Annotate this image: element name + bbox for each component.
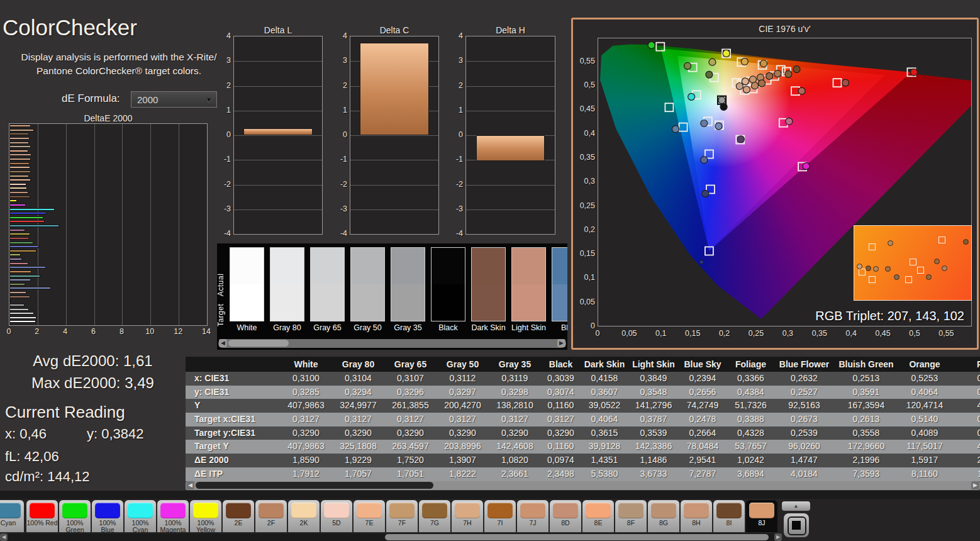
patch-strip-scroll-thumb[interactable] [228, 340, 289, 347]
axis-tick-label: -2 [214, 180, 231, 189]
tabs-scroll-thumb[interactable] [385, 534, 769, 540]
pattern-tab-8d[interactable]: 8D [550, 500, 581, 532]
patch-swatch[interactable] [270, 247, 304, 321]
pattern-tab-100-red[interactable]: 100% Red [26, 500, 58, 532]
table-cell: 0,4089 [899, 427, 950, 440]
axis-tick-label: 8 [115, 327, 128, 336]
pattern-tab-7e[interactable]: 7E [354, 500, 385, 532]
pattern-tab-100-cyan[interactable]: 100% Cyan [125, 500, 156, 532]
column-header: Blue Flower [775, 357, 833, 372]
pattern-tab-cyan[interactable]: Cyan [0, 500, 24, 532]
table-scroll-thumb[interactable] [196, 482, 433, 489]
table-cell: 0,3127 [332, 413, 384, 427]
axis-tick-label: -3 [331, 204, 347, 213]
pattern-tab-2f[interactable]: 2F [255, 500, 287, 532]
pattern-tab-7f[interactable]: 7F [386, 500, 418, 532]
table-cell: 0,3127 [437, 413, 489, 427]
pattern-color-swatch [749, 503, 774, 518]
patch-swatch[interactable] [391, 247, 425, 321]
pattern-tab-100-blue[interactable]: 100% Blue [92, 500, 123, 532]
table-cell: 0,189 [950, 427, 980, 440]
axis-tick-label: 0,15 [574, 249, 595, 258]
deltae-bar [9, 296, 30, 298]
scroll-right-icon[interactable]: ▶ [774, 533, 782, 541]
pattern-tab-100-yellow[interactable]: 100% Yellow [190, 500, 221, 532]
table-cell: 1,7520 [384, 454, 437, 467]
tab-scroll-up-button[interactable]: ▲ [782, 501, 810, 511]
scroll-left-icon[interactable]: ◀ [219, 339, 227, 347]
axis-tick-label: 1 [447, 106, 463, 114]
patch-target-color [311, 284, 344, 321]
table-cell: 0,3290 [384, 427, 437, 440]
table-cell: 0,4328 [727, 427, 775, 440]
table-row: Target Y407,9863325,1808263,4597203,8996… [186, 440, 980, 454]
pattern-color-swatch [62, 503, 87, 518]
axis-tick-label: 0 [214, 130, 231, 139]
patch-swatch[interactable] [230, 247, 264, 321]
tabs-scrollbar[interactable]: ◀ ▶ [0, 533, 782, 541]
patch-swatch[interactable] [310, 247, 345, 321]
target-square-marker [705, 247, 713, 255]
pattern-tab-8f[interactable]: 8F [615, 500, 647, 532]
target-square-marker [859, 269, 866, 276]
pattern-tab-5d[interactable]: 5D [321, 500, 352, 532]
pattern-tab-8j[interactable]: 8J [746, 500, 777, 532]
target-square-marker [869, 276, 876, 283]
deltae-bar [9, 162, 30, 165]
pattern-tab-8g[interactable]: 8G [648, 500, 679, 532]
table-cell: 0,1160 [541, 440, 581, 454]
pattern-tab-8i[interactable]: 8I [713, 500, 745, 532]
scroll-right-icon[interactable]: ▶ [557, 339, 565, 347]
axis-tick-label: 0,3 [574, 177, 595, 186]
scroll-left-icon[interactable]: ◀ [186, 481, 194, 489]
pattern-tab-100-magenta[interactable]: 100% Magenta [157, 500, 189, 532]
pattern-tab-8h[interactable]: 8H [681, 500, 712, 532]
pattern-color-swatch [0, 503, 21, 518]
patch-strip-scrollbar[interactable]: ◀ ▶ [218, 339, 566, 348]
pattern-tab-2k[interactable]: 2K [288, 500, 320, 532]
deltae-bar [9, 212, 47, 215]
pattern-tab-7h[interactable]: 7H [452, 500, 483, 532]
table-cell: 0,3127 [489, 413, 541, 427]
deltae-bar [9, 283, 25, 286]
deltae-bar [9, 220, 45, 223]
pattern-color-swatch [455, 503, 480, 518]
deltae-bar [9, 179, 31, 181]
table-cell: 1,4747 [775, 454, 833, 467]
axis-tick-label: 0,5 [574, 81, 595, 89]
table-cell: 0,3548 [628, 386, 679, 399]
chevron-down-icon: ▼ [206, 96, 212, 103]
axis-tick-label: 0,25 [574, 201, 595, 210]
scroll-right-icon[interactable]: ▶ [971, 481, 979, 489]
measured-point-marker [885, 266, 891, 272]
pattern-window-button[interactable] [784, 513, 809, 537]
measured-point-marker [803, 163, 810, 170]
patch-swatch[interactable] [471, 247, 506, 321]
pattern-tab-100-green[interactable]: 100% Green [59, 500, 91, 532]
measurement-table: WhiteGray 80Gray 65Gray 50Gray 35BlackDa… [186, 357, 980, 481]
patch-swatch[interactable] [552, 247, 567, 321]
pattern-tab-8e[interactable]: 8E [582, 500, 614, 532]
cie-diagram-panel: CIE 1976 u'v' 0,550,50,450,40,350,30,250… [571, 18, 979, 350]
patch-swatch[interactable] [511, 247, 546, 321]
pattern-tab-2e[interactable]: 2E [223, 500, 254, 532]
table-header-row: WhiteGray 80Gray 65Gray 50Gray 35BlackDa… [186, 357, 980, 372]
pattern-tab-7j[interactable]: 7J [517, 500, 548, 532]
patch-swatch[interactable] [431, 247, 465, 321]
de-formula-select[interactable]: 2000 ▼ [131, 91, 217, 108]
axis-tick-label: -4 [447, 229, 463, 238]
table-cell: 0,0974 [541, 454, 581, 467]
pattern-tab-7i[interactable]: 7I [484, 500, 516, 532]
deltae-bar [9, 125, 31, 127]
axis-tick-label: 0,1 [574, 273, 595, 282]
patch-swatch[interactable] [350, 247, 385, 321]
scroll-left-icon[interactable]: ◀ [0, 533, 8, 541]
pattern-tab-7g[interactable]: 7G [419, 500, 450, 532]
target-square-marker [869, 243, 876, 250]
table-cell: 1,0820 [489, 454, 541, 467]
table-cell: 0,3290 [437, 427, 489, 440]
patch-actual-color [230, 248, 264, 284]
table-scrollbar[interactable]: ◀ ▶ [186, 481, 980, 490]
row-header: Target x:CIE31 [186, 413, 280, 427]
pattern-tab-label: 8F [615, 520, 647, 527]
